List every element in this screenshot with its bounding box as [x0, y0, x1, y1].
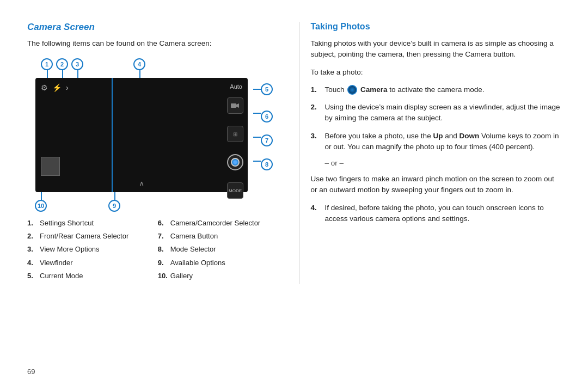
intro-text: The following items can be found on the …	[27, 39, 278, 47]
right-column: Taking Photos Taking photos with your de…	[299, 22, 561, 284]
steps-list: 1. Touch Camera to activate the camera m…	[311, 84, 561, 152]
cam-camcorder-icon	[227, 97, 243, 114]
label-4: 4.Viewfinder	[27, 258, 147, 268]
label-2: 2.Front/Rear Camera Selector	[27, 231, 147, 241]
camera-button-icon	[227, 154, 243, 170]
label-1: 1.Settings Shortcut	[27, 218, 147, 228]
callout-7: 7	[261, 134, 273, 146]
left-section-title: Camera Screen	[27, 22, 278, 33]
camera-diagram: 1 2 3 4 ⚙ ⚡ ›	[27, 55, 278, 216]
right-section-title: Taking Photos	[311, 22, 561, 32]
camera-right-icons: ⊞ MODE	[227, 97, 243, 199]
step-4: 4. If desired, before taking the photo, …	[311, 203, 561, 225]
callout-1: 1	[41, 58, 53, 70]
step-2: 2. Using the device’s main display scree…	[311, 102, 561, 124]
gallery-thumbnail	[41, 157, 60, 176]
labels-left-col: 1.Settings Shortcut 2.Front/Rear Camera …	[27, 218, 147, 284]
pinch-text: Use two fingers to make an inward pinch …	[311, 174, 561, 196]
label-3: 3.View More Options	[27, 244, 147, 254]
camera-mode-icon: ⚡	[52, 83, 62, 92]
page-number: 69	[27, 367, 35, 376]
label-6: 6.Camera/Camcorder Selector	[158, 218, 278, 228]
callout-2: 2	[56, 58, 68, 70]
labels-section: 1.Settings Shortcut 2.Front/Rear Camera …	[27, 218, 278, 284]
callout-8: 8	[261, 158, 273, 170]
callout-9: 9	[108, 200, 120, 212]
label-9: 9.Available Options	[158, 258, 278, 268]
viewfinder-line	[112, 78, 113, 192]
right-intro: Taking photos with your device’s built i…	[311, 38, 561, 60]
chevron-up-icon: ∧	[139, 179, 144, 188]
camera-inline-icon	[347, 85, 357, 95]
step-1: 1. Touch Camera to activate the camera m…	[311, 84, 561, 95]
label-5: 5.Current Mode	[27, 271, 147, 281]
step-4-list: 4. If desired, before taking the photo, …	[311, 203, 561, 225]
cam-option-icon: ⊞	[227, 126, 243, 142]
label-8: 8.Mode Selector	[158, 244, 278, 254]
callout-3: 3	[71, 58, 83, 70]
callout-4: 4	[133, 58, 145, 70]
label-7: 7.Camera Button	[158, 231, 278, 241]
settings-icon: ⚙	[41, 83, 48, 92]
chevron-icon: ›	[66, 83, 69, 92]
to-take-label: To take a photo:	[311, 67, 561, 78]
step-3: 3. Before you take a photo, use the Up a…	[311, 131, 561, 153]
callout-5: 5	[261, 83, 273, 95]
callout-6: 6	[261, 111, 273, 122]
left-column: Camera Screen The following items can be…	[27, 22, 278, 284]
label-10: 10.Gallery	[158, 271, 278, 281]
or-text: – or –	[325, 159, 561, 167]
svg-marker-1	[236, 103, 239, 108]
callout-10: 10	[35, 200, 47, 212]
camera-screen: ⚙ ⚡ › Auto ⊞	[35, 78, 248, 192]
auto-label: Auto	[230, 83, 242, 90]
labels-right-col: 6.Camera/Camcorder Selector 7.Camera But…	[158, 218, 278, 284]
svg-rect-0	[231, 103, 236, 108]
